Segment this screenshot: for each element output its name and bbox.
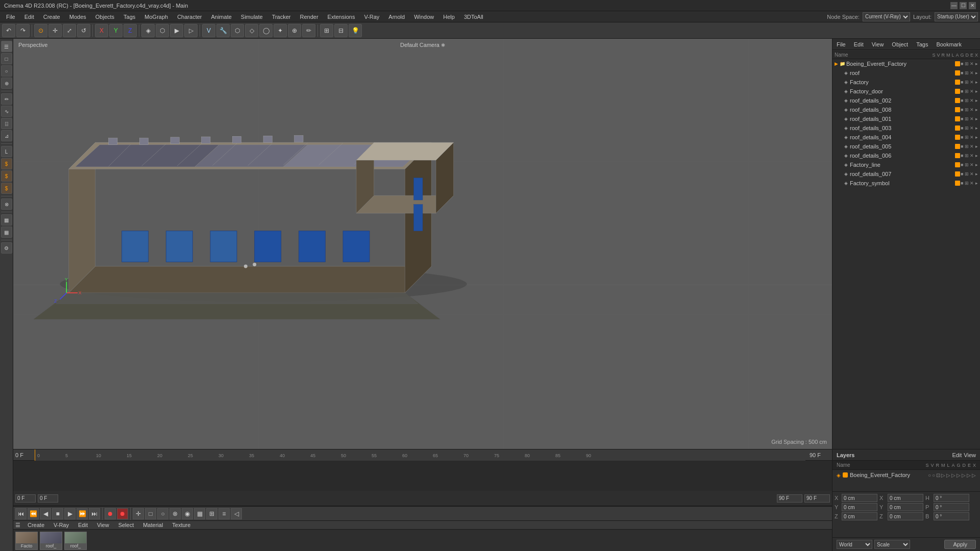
material-thumb-0[interactable]: Facto xyxy=(15,532,38,550)
tab-bookmark[interactable]: Bookmark xyxy=(934,40,964,48)
tool-parent[interactable]: ◈ xyxy=(141,24,155,37)
tree-item-factory-line[interactable]: ◈ Factory_line ■ ⊞ ✕ ▸ xyxy=(832,160,980,169)
timeline-end-frame[interactable] xyxy=(777,494,802,503)
matmenu-material[interactable]: Material xyxy=(139,521,167,529)
menu-file[interactable]: File xyxy=(2,13,19,21)
timeline-tool-4[interactable]: ⊗ xyxy=(169,508,181,519)
left-tool-nurbs[interactable]: ⌹ xyxy=(1,118,12,129)
auto-key-btn[interactable]: ⏺ xyxy=(117,508,128,519)
coord-z-pos[interactable] xyxy=(842,512,877,520)
menu-mograph[interactable]: MoGraph xyxy=(140,13,172,21)
left-tool-pen[interactable]: ✏ xyxy=(1,93,12,105)
tool-vray3[interactable]: ⬡ xyxy=(231,24,244,37)
left-tool-camera[interactable]: L xyxy=(1,146,12,157)
coord-p[interactable] xyxy=(934,503,969,511)
menu-objects[interactable]: Objects xyxy=(91,13,118,21)
tool-move[interactable]: ✛ xyxy=(48,24,62,37)
maximize-btn[interactable]: ☐ xyxy=(960,2,967,9)
timeline-total-frames[interactable] xyxy=(804,494,830,503)
matmenu-toggle[interactable]: ☰ xyxy=(15,522,20,529)
timeline-tool-1[interactable]: ✛ xyxy=(133,508,144,519)
tool-undo[interactable]: ↶ xyxy=(2,24,15,37)
menu-character[interactable]: Character xyxy=(173,13,206,21)
timeline-tool-9[interactable]: ◁ xyxy=(231,508,242,519)
coord-mode-dropdown[interactable]: Scale Move Rotate xyxy=(874,540,910,549)
left-tool-sphere[interactable]: ○ xyxy=(1,65,12,77)
tool-brush[interactable]: ✏ xyxy=(302,24,315,37)
tree-item-roof-002[interactable]: ◈ roof_details_002 ■ ⊞ ✕ ▸ xyxy=(832,96,980,105)
layer-item-factory[interactable]: ◈ Boeing_Everett_Factory ○ ○ ⊡ ▷ ▷ ▷ ▷ ▷… xyxy=(832,470,980,480)
tree-item-root[interactable]: ▶ 📁 Boeing_Everett_Factory ■ ⊞ ✕ ▸ xyxy=(832,59,980,68)
tool-vray6[interactable]: ✦ xyxy=(274,24,287,37)
tree-item-roof-003[interactable]: ◈ roof_details_003 ■ ⊞ ✕ ▸ xyxy=(832,123,980,133)
left-tool-magnet[interactable]: ⊗ xyxy=(1,198,12,210)
left-tool-select[interactable]: ☰ xyxy=(1,41,12,52)
tool-vray4[interactable]: ◇ xyxy=(245,24,258,37)
material-thumb-2[interactable]: roof_ xyxy=(64,532,87,550)
matmenu-create[interactable]: Create xyxy=(23,521,48,529)
tab-object[interactable]: Object xyxy=(890,40,910,48)
tool-vray1[interactable]: V xyxy=(202,24,215,37)
menu-arnold[interactable]: Arnold xyxy=(384,13,409,21)
tab-file[interactable]: File xyxy=(835,40,848,48)
tool-y-axis[interactable]: Y xyxy=(109,24,122,37)
left-tool-deform[interactable]: ⊿ xyxy=(1,130,12,141)
matmenu-texture[interactable]: Texture xyxy=(168,521,194,529)
tool-vray5[interactable]: ◯ xyxy=(259,24,273,37)
prev-frame-btn[interactable]: ⏪ xyxy=(28,508,39,519)
left-tool-transform[interactable]: ⊕ xyxy=(1,78,12,89)
close-btn[interactable]: ✕ xyxy=(969,2,976,9)
left-tool-gear[interactable]: ⚙ xyxy=(1,242,12,254)
tool-vray2[interactable]: 🔧 xyxy=(216,24,230,37)
tab-edit[interactable]: Edit xyxy=(852,40,866,48)
play-reverse-btn[interactable]: ◀ xyxy=(40,508,51,519)
left-tool-s1[interactable]: $ xyxy=(1,158,12,169)
tab-tags[interactable]: Tags xyxy=(914,40,930,48)
minimize-btn[interactable]: — xyxy=(950,2,958,9)
tree-item-factory-door[interactable]: ◈ Factory_door ■ ⊞ ✕ ▸ xyxy=(832,87,980,96)
viewport[interactable]: ☰ View Cameras Display Filter Panel ⊞ ↕ … xyxy=(13,39,832,449)
left-tool-layers1[interactable]: ▦ xyxy=(1,214,12,226)
menu-animate[interactable]: Animate xyxy=(207,13,235,21)
timeline-tool-7[interactable]: ⊞ xyxy=(206,508,217,519)
timeline-tool-3[interactable]: ○ xyxy=(157,508,168,519)
tool-render[interactable]: ▷ xyxy=(184,24,198,37)
matmenu-view[interactable]: View xyxy=(93,521,113,529)
tool-live[interactable]: ⊙ xyxy=(34,24,47,37)
tool-snap[interactable]: ⊞ xyxy=(320,24,333,37)
layers-edit-btn[interactable]: Edit xyxy=(952,452,962,458)
menu-simulate[interactable]: Simulate xyxy=(237,13,267,21)
coord-b[interactable] xyxy=(934,512,969,520)
left-tool-curve[interactable]: ∿ xyxy=(1,106,12,117)
tree-item-roof[interactable]: ◈ roof ■ ⊞ ✕ ▸ xyxy=(832,68,980,78)
timeline-tool-6[interactable]: ▦ xyxy=(194,508,205,519)
matmenu-edit[interactable]: Edit xyxy=(74,521,92,529)
tree-item-factory[interactable]: ◈ Factory ■ ⊞ ✕ ▸ xyxy=(832,78,980,87)
coord-x-rot[interactable] xyxy=(888,494,923,502)
coord-z-rot[interactable] xyxy=(888,512,923,520)
tool-z-axis[interactable]: Z xyxy=(124,24,137,37)
tree-item-roof-007[interactable]: ◈ roof_details_007 ■ ⊞ ✕ ▸ xyxy=(832,169,980,179)
tree-item-roof-001[interactable]: ◈ roof_details_001 ■ ⊞ ✕ ▸ xyxy=(832,114,980,123)
tab-view[interactable]: View xyxy=(870,40,886,48)
menu-help[interactable]: Help xyxy=(439,13,459,21)
go-end-btn[interactable]: ⏭ xyxy=(89,508,100,519)
menu-edit[interactable]: Edit xyxy=(20,13,38,21)
left-tool-s3[interactable]: $ xyxy=(1,183,12,194)
titlebar-controls[interactable]: — ☐ ✕ xyxy=(950,2,976,9)
menu-extensions[interactable]: Extensions xyxy=(324,13,359,21)
coord-system-dropdown[interactable]: World Local Object xyxy=(837,540,872,549)
timeline-frame-input[interactable] xyxy=(15,494,36,503)
tool-x-axis[interactable]: X xyxy=(95,24,108,37)
tool-render-active[interactable]: ▶ xyxy=(170,24,183,37)
timeline-tool-8[interactable]: ≡ xyxy=(218,508,230,519)
menu-3dtoall[interactable]: 3DToAll xyxy=(460,13,487,21)
layers-view-btn[interactable]: View xyxy=(964,452,976,458)
go-start-btn[interactable]: ⏮ xyxy=(15,508,27,519)
node-space-dropdown[interactable]: Current (V-Ray) xyxy=(863,12,910,21)
matmenu-vray[interactable]: V-Ray xyxy=(50,521,73,529)
timeline-tool-2[interactable]: □ xyxy=(145,508,156,519)
left-tool-box[interactable]: □ xyxy=(1,53,12,64)
tool-scale[interactable]: ⤢ xyxy=(63,24,76,37)
record-btn[interactable]: ⏺ xyxy=(105,508,116,519)
